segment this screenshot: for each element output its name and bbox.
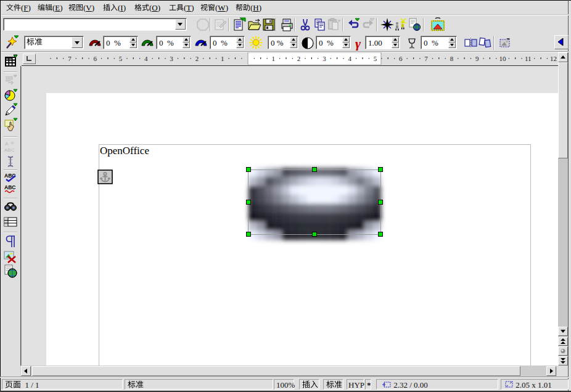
svg-text:ABC: ABC [4, 184, 15, 190]
svg-text:3: 3 [170, 55, 173, 62]
svg-text:ABC: ABC [4, 173, 15, 179]
svg-text:2: 2 [195, 55, 199, 62]
svg-text:12: 12 [550, 55, 557, 62]
svg-text:4: 4 [348, 55, 351, 62]
svg-text:4: 4 [144, 55, 148, 62]
svg-text:9: 9 [475, 55, 479, 62]
svg-text:1: 1 [221, 55, 224, 62]
svg-text:A: A [5, 141, 9, 147]
svg-text:1: 1 [272, 55, 276, 62]
svg-text:6: 6 [93, 55, 97, 62]
svg-text:2: 2 [297, 55, 301, 62]
svg-text:10: 10 [499, 55, 507, 62]
svg-text:6: 6 [399, 55, 403, 62]
svg-text:5: 5 [119, 55, 123, 62]
svg-text:3: 3 [322, 55, 326, 62]
svg-text:γ: γ [355, 36, 361, 51]
svg-text:ABC: ABC [4, 147, 15, 153]
svg-text:11: 11 [525, 55, 532, 62]
svg-text:7: 7 [424, 55, 428, 62]
svg-text:8: 8 [450, 55, 454, 62]
svg-text:7: 7 [68, 55, 72, 62]
svg-text:5: 5 [374, 55, 377, 62]
